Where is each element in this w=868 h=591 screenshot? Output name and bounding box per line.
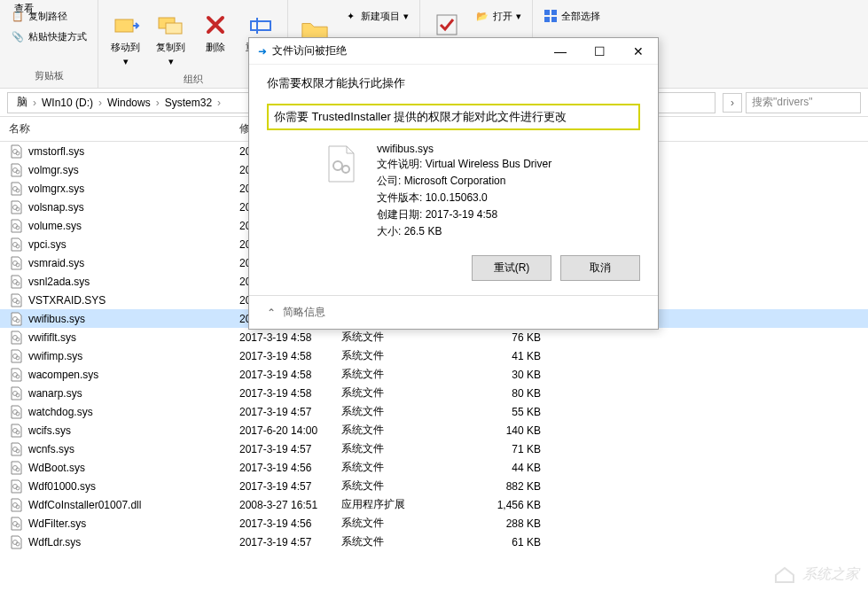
file-size-cell: 44 KB bbox=[470, 462, 559, 474]
file-row[interactable]: wcifs.sys2017-6-20 14:00系统文件140 KB bbox=[0, 421, 868, 439]
file-row[interactable]: wcnfs.sys2017-3-19 4:57系统文件71 KB bbox=[0, 439, 868, 458]
copy-to-icon bbox=[157, 11, 185, 39]
svg-rect-7 bbox=[551, 10, 557, 15]
close-button[interactable]: ✕ bbox=[619, 38, 658, 65]
house-icon bbox=[772, 564, 797, 584]
file-name: vwifibus.sys bbox=[377, 143, 551, 155]
more-info-toggle[interactable]: ⌃ 简略信息 bbox=[249, 295, 658, 329]
file-created: 创建日期: 2017-3-19 4:58 bbox=[377, 207, 551, 222]
file-name-cell: vmstorfl.sys bbox=[28, 145, 84, 158]
file-name-cell: wcnfs.sys bbox=[28, 443, 74, 455]
breadcrumb-segment[interactable]: System32 bbox=[161, 97, 215, 109]
file-date-cell: 2017-3-19 4:58 bbox=[239, 331, 341, 344]
file-size: 大小: 26.5 KB bbox=[377, 224, 551, 239]
file-row[interactable]: WdBoot.sys2017-3-19 4:56系统文件44 KB bbox=[0, 458, 868, 477]
file-type-cell: 系统文件 bbox=[341, 367, 470, 382]
file-size-cell: 71 KB bbox=[470, 443, 559, 455]
sys-file-icon bbox=[9, 237, 23, 252]
file-type-cell: 系统文件 bbox=[341, 348, 470, 363]
sys-file-icon bbox=[9, 368, 23, 382]
svg-rect-0 bbox=[115, 19, 133, 32]
file-size-cell: 41 KB bbox=[470, 350, 559, 362]
minimize-button[interactable]: — bbox=[541, 38, 580, 65]
dialog-titlebar[interactable]: ➜ 文件访问被拒绝 — ☐ ✕ bbox=[249, 38, 658, 65]
file-company: 公司: Microsoft Corporation bbox=[377, 174, 551, 189]
chevron-up-icon: ⌃ bbox=[267, 307, 276, 319]
dialog-body: 你需要权限才能执行此操作 你需要 TrustedInstaller 提供的权限才… bbox=[249, 65, 658, 295]
file-row[interactable]: wanarp.sys2017-3-19 4:58系统文件80 KB bbox=[0, 384, 868, 402]
file-date-cell: 2017-3-19 4:56 bbox=[239, 517, 341, 530]
file-row[interactable]: wacompen.sys2017-3-19 4:58系统文件30 KB bbox=[0, 365, 868, 384]
chevron-right-icon: › bbox=[33, 97, 36, 109]
open-button[interactable]: 📂 打开 ▾ bbox=[472, 7, 525, 25]
file-name-cell: WdfCoInstaller01007.dll bbox=[28, 499, 141, 511]
file-type-cell: 系统文件 bbox=[341, 423, 470, 438]
select-all-button[interactable]: 全部选择 bbox=[540, 7, 604, 25]
file-type-cell: 系统文件 bbox=[341, 385, 470, 400]
copy-to-button[interactable]: 复制到▾ bbox=[151, 7, 191, 71]
sys-file-icon bbox=[9, 442, 23, 456]
sys-file-icon bbox=[9, 498, 23, 512]
search-input[interactable]: 搜索"drivers" bbox=[746, 92, 861, 113]
file-date-cell: 2017-3-19 4:57 bbox=[239, 536, 341, 548]
file-date-cell: 2017-6-20 14:00 bbox=[239, 424, 341, 437]
svg-rect-6 bbox=[544, 10, 550, 15]
file-type-cell: 系统文件 bbox=[341, 478, 470, 494]
sys-file-icon bbox=[9, 330, 23, 345]
file-row[interactable]: vwifimp.sys2017-3-19 4:58系统文件41 KB bbox=[0, 346, 868, 365]
maximize-button[interactable]: ☐ bbox=[580, 38, 619, 65]
sys-file-icon bbox=[9, 144, 23, 159]
file-type-cell: 应用程序扩展 bbox=[341, 497, 470, 512]
file-name-cell: volmgrx.sys bbox=[28, 183, 84, 195]
file-name-cell: Wdf01000.sys bbox=[28, 480, 96, 493]
forward-button[interactable]: › bbox=[723, 93, 742, 113]
file-name-cell: vsmraid.sys bbox=[28, 257, 84, 269]
file-date-cell: 2017-3-19 4:57 bbox=[239, 443, 341, 455]
file-date-cell: 2017-3-19 4:57 bbox=[239, 480, 341, 493]
breadcrumb-segment[interactable]: 脑 bbox=[13, 95, 31, 110]
file-size-cell: 1,456 KB bbox=[470, 499, 559, 511]
file-row[interactable]: WdFilter.sys2017-3-19 4:56系统文件288 KB bbox=[0, 514, 868, 533]
file-large-icon bbox=[320, 143, 363, 185]
paste-shortcut-icon: 📎 bbox=[11, 29, 25, 43]
select-all-icon bbox=[543, 9, 558, 23]
svg-rect-5 bbox=[437, 15, 457, 35]
search-placeholder: 搜索"drivers" bbox=[752, 95, 813, 110]
new-item-button[interactable]: ✦ 新建项目 ▾ bbox=[340, 7, 412, 25]
column-name[interactable]: 名称 bbox=[9, 121, 239, 136]
file-row[interactable]: WdfCoInstaller01007.dll2008-3-27 16:51应用… bbox=[0, 495, 868, 514]
file-date-cell: 2017-3-19 4:57 bbox=[239, 406, 341, 418]
file-row[interactable]: vwififlt.sys2017-3-19 4:58系统文件76 KB bbox=[0, 328, 868, 346]
dialog-message: 你需要权限才能执行此操作 bbox=[267, 75, 640, 91]
dialog-file-info: vwifibus.sys 文件说明: Virtual Wireless Bus … bbox=[267, 143, 640, 239]
file-row[interactable]: WdfLdr.sys2017-3-19 4:57系统文件61 KB bbox=[0, 533, 868, 551]
cancel-button[interactable]: 取消 bbox=[560, 255, 640, 281]
file-name-cell: VSTXRAID.SYS bbox=[28, 294, 106, 307]
delete-button[interactable]: 删除 bbox=[196, 7, 235, 58]
file-row[interactable]: watchdog.sys2017-3-19 4:57系统文件55 KB bbox=[0, 402, 868, 421]
chevron-right-icon: › bbox=[98, 97, 102, 109]
move-to-icon bbox=[112, 11, 140, 39]
breadcrumb-segment[interactable]: Windows bbox=[104, 97, 154, 109]
delete-icon bbox=[201, 11, 230, 39]
sys-file-icon bbox=[9, 461, 23, 475]
breadcrumb-segment[interactable]: WIn10 (D:) bbox=[38, 97, 97, 109]
open-icon: 📂 bbox=[475, 9, 489, 23]
watermark: 系统之家 bbox=[772, 564, 859, 584]
dialog-title: 文件访问被拒绝 bbox=[272, 43, 541, 58]
file-date-cell: 2017-3-19 4:58 bbox=[239, 369, 341, 381]
file-name-cell: WdBoot.sys bbox=[28, 462, 85, 474]
sys-file-icon bbox=[9, 386, 23, 400]
sys-file-icon bbox=[9, 163, 23, 177]
dialog-permission-notice: 你需要 TrustedInstaller 提供的权限才能对此文件进行更改 bbox=[267, 104, 640, 130]
move-to-button[interactable]: 移动到▾ bbox=[106, 7, 145, 71]
paste-shortcut-button[interactable]: 📎 粘贴快捷方式 bbox=[7, 27, 90, 45]
file-type-cell: 系统文件 bbox=[341, 441, 470, 456]
file-name-cell: vwifibus.sys bbox=[28, 313, 85, 325]
file-size-cell: 61 KB bbox=[470, 536, 559, 548]
sys-file-icon bbox=[9, 479, 23, 494]
file-name-cell: watchdog.sys bbox=[28, 406, 93, 418]
svg-rect-3 bbox=[251, 21, 270, 30]
file-row[interactable]: Wdf01000.sys2017-3-19 4:57系统文件882 KB bbox=[0, 477, 868, 495]
retry-button[interactable]: 重试(R) bbox=[472, 255, 551, 281]
